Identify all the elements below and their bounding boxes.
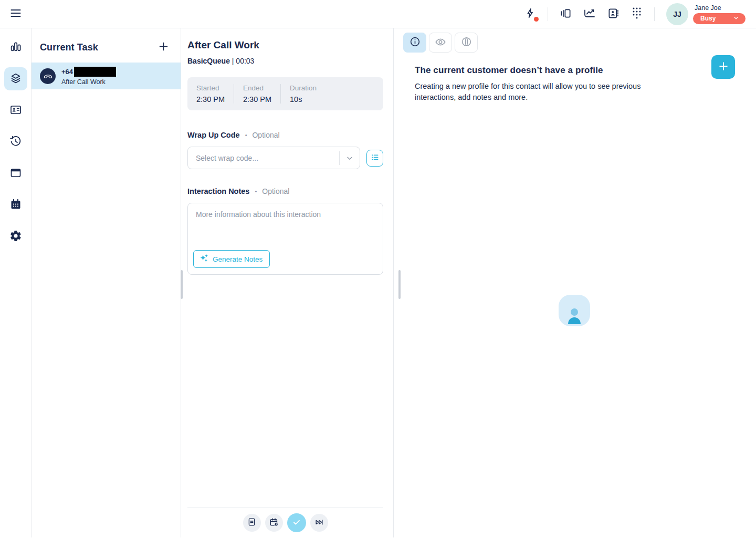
gear-icon xyxy=(9,230,22,244)
ended-value: 2:30 PM xyxy=(243,95,271,104)
eye-icon xyxy=(435,36,446,49)
tab-preview[interactable] xyxy=(429,33,452,53)
acw-timer: 00:03 xyxy=(236,57,254,65)
layers-icon xyxy=(9,72,22,86)
contacts-button[interactable] xyxy=(607,7,620,21)
schedule-button[interactable] xyxy=(265,514,283,532)
chevron-down-icon xyxy=(340,154,360,162)
bullet-list-icon xyxy=(371,153,380,163)
panels-icon xyxy=(560,7,572,21)
queue-separator: | xyxy=(232,57,234,65)
customer-profile-panel: The current customer doesn’t have a prof… xyxy=(394,28,756,537)
task-panel-title: Current Task xyxy=(40,42,98,53)
started-label: Started xyxy=(196,84,225,92)
avatar[interactable]: JJ xyxy=(666,3,688,25)
wrap-up-optional-label: Optional xyxy=(252,131,279,139)
duration-value: 10s xyxy=(290,95,317,104)
tab-info[interactable] xyxy=(403,33,426,53)
queue-timer: BasicQueue | 00:03 xyxy=(187,57,383,65)
trend-chart-icon xyxy=(583,7,596,21)
notification-dot xyxy=(534,17,539,22)
wrap-up-code-label: Wrap Up Code xyxy=(187,131,240,139)
panels-button[interactable] xyxy=(560,7,572,21)
no-profile-description: Creating a new profile for this contact … xyxy=(415,81,666,103)
contact-book-icon xyxy=(607,7,620,21)
started-value: 2:30 PM xyxy=(196,95,225,104)
sidebar-item-workspace[interactable] xyxy=(4,162,27,185)
analytics-button[interactable] xyxy=(583,7,596,21)
contact-card-icon xyxy=(9,104,22,118)
chevron-down-icon xyxy=(733,15,739,23)
wrap-up-select-placeholder: Select wrap code... xyxy=(196,154,339,162)
task-list-item[interactable]: +64 After Call Work xyxy=(32,63,181,89)
create-profile-button[interactable] xyxy=(711,55,735,79)
task-status-label: After Call Work xyxy=(61,78,116,86)
hamburger-icon xyxy=(9,7,22,21)
call-times-box: Started 2:30 PM Ended 2:30 PM Duration 1… xyxy=(187,77,383,110)
notes-doc-button[interactable] xyxy=(243,514,261,532)
page-title: After Call Work xyxy=(187,39,383,51)
document-icon xyxy=(247,518,256,528)
menu-button[interactable] xyxy=(9,7,22,21)
phone-icon xyxy=(40,68,56,84)
history-icon xyxy=(9,135,22,149)
sidebar-item-metrics[interactable] xyxy=(4,36,27,59)
panel-resize-handle[interactable] xyxy=(398,270,401,299)
interaction-notes-input[interactable] xyxy=(196,210,375,243)
topbar-divider xyxy=(654,7,655,21)
schedule-icon xyxy=(269,518,279,529)
sidebar-item-settings[interactable] xyxy=(4,225,27,248)
main-area: Current Task +64 After Cal xyxy=(0,28,756,537)
skip-button[interactable] xyxy=(310,514,328,532)
customer-placeholder-avatar xyxy=(559,295,590,326)
status-dropdown[interactable]: Busy xyxy=(693,13,746,24)
person-icon xyxy=(564,306,584,326)
separator-dot: • xyxy=(255,188,257,194)
plus-icon xyxy=(718,60,729,74)
split-circle-icon xyxy=(461,36,472,49)
status-badge: Busy xyxy=(700,15,716,22)
add-task-button[interactable] xyxy=(158,41,169,54)
sidebar-item-tasks[interactable] xyxy=(4,67,27,90)
tab-insights[interactable] xyxy=(455,33,478,53)
sidebar xyxy=(0,28,32,537)
sidebar-item-calendar[interactable] xyxy=(4,193,27,216)
no-profile-heading: The current customer doesn’t have a prof… xyxy=(415,65,756,76)
topbar-divider xyxy=(548,7,548,21)
notes-optional-label: Optional xyxy=(262,187,289,195)
notifications-button[interactable] xyxy=(524,7,536,20)
dialpad-button[interactable] xyxy=(631,6,643,22)
queue-name: BasicQueue xyxy=(187,57,230,65)
check-icon xyxy=(292,518,301,529)
task-list-panel: Current Task +64 After Cal xyxy=(32,28,181,537)
top-bar: JJ Jane Joe Busy xyxy=(0,0,756,28)
calendar-icon xyxy=(9,198,22,212)
interaction-notes-label: Interaction Notes xyxy=(187,187,249,195)
generate-notes-label: Generate Notes xyxy=(213,255,262,263)
sidebar-item-history[interactable] xyxy=(4,130,27,153)
user-name: Jane Joe xyxy=(693,4,721,12)
sparkle-icon xyxy=(200,254,208,264)
bar-chart-icon xyxy=(9,40,22,55)
duration-label: Duration xyxy=(290,84,317,92)
info-icon xyxy=(410,36,421,49)
redacted-phone-number xyxy=(74,67,116,77)
panel-resize-handle[interactable] xyxy=(181,270,183,299)
wrap-up-list-button[interactable] xyxy=(366,150,383,167)
sidebar-item-contacts[interactable] xyxy=(4,99,27,122)
dialpad-icon xyxy=(631,6,643,22)
user-block: JJ Jane Joe Busy xyxy=(666,3,746,25)
after-call-work-panel: After Call Work BasicQueue | 00:03 Start… xyxy=(181,28,394,537)
profile-tabs xyxy=(403,33,756,53)
complete-task-button[interactable] xyxy=(287,513,306,532)
window-icon xyxy=(9,167,22,181)
plus-icon xyxy=(158,41,169,54)
acw-action-bar xyxy=(187,508,383,537)
task-phone-prefix: +64 xyxy=(61,68,73,75)
wrap-up-code-select[interactable]: Select wrap code... xyxy=(187,147,360,169)
notes-textarea-wrap: Generate Notes xyxy=(187,203,383,275)
generate-notes-button[interactable]: Generate Notes xyxy=(193,250,270,268)
topbar-actions: JJ Jane Joe Busy xyxy=(524,3,746,25)
separator-dot: • xyxy=(245,132,247,138)
skip-icon xyxy=(314,518,324,529)
